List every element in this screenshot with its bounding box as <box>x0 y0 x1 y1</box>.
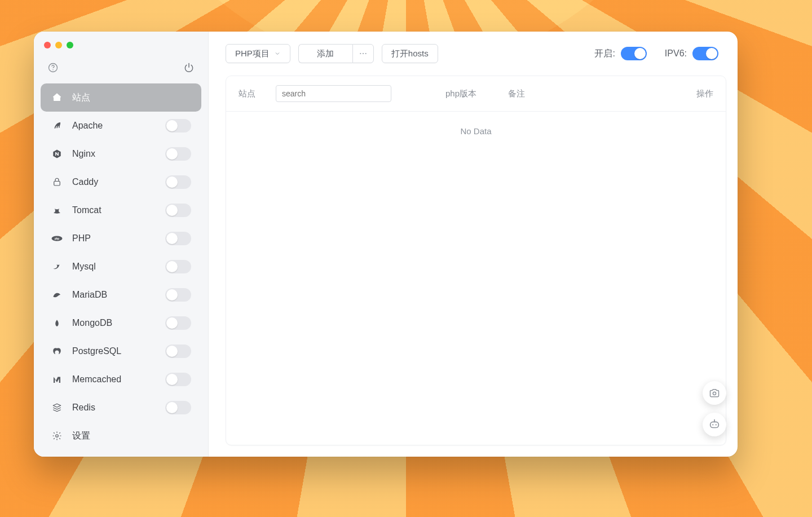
sidebar-item-label: PHP <box>72 233 156 244</box>
svg-point-7 <box>363 53 364 54</box>
sidebar-item-mysql[interactable]: Mysql <box>41 253 201 281</box>
dolphin-icon <box>51 262 63 272</box>
open-hosts-button[interactable]: 打开hosts <box>382 44 438 63</box>
svg-text:php: php <box>55 237 59 240</box>
chevron-down-icon <box>274 50 281 57</box>
project-type-dropdown[interactable]: PHP项目 <box>226 44 290 63</box>
sidebar-toggle-mysql[interactable] <box>165 260 191 273</box>
add-button-group: 添加 <box>298 44 374 63</box>
project-type-label: PHP项目 <box>235 48 270 59</box>
svg-point-5 <box>56 435 59 438</box>
feather-icon <box>51 121 63 131</box>
svg-point-12 <box>716 424 717 425</box>
sidebar-toggle-caddy[interactable] <box>165 175 191 189</box>
sidebar-item-settings[interactable]: 设置 <box>41 422 201 450</box>
sidebar-item-redis[interactable]: Redis <box>41 394 201 422</box>
svg-point-13 <box>714 419 715 421</box>
sidebar-item-postgresql[interactable]: PostgreSQL <box>41 337 201 365</box>
minimize-window-button[interactable] <box>55 42 62 48</box>
add-more-button[interactable] <box>352 44 374 63</box>
cat-icon <box>51 205 63 215</box>
screenshot-fab[interactable] <box>703 381 726 405</box>
search-input[interactable] <box>276 85 391 102</box>
sidebar-item-label: Nginx <box>72 149 156 159</box>
sidebar-toggle-nginx[interactable] <box>165 147 191 161</box>
sidebar-item-apache[interactable]: Apache <box>41 112 201 140</box>
ipv6-toggle[interactable] <box>692 47 718 60</box>
power-icon[interactable] <box>183 62 195 73</box>
sidebar-toggle-postgresql[interactable] <box>165 344 191 358</box>
open-hosts-label: 打开hosts <box>391 48 429 59</box>
sidebar-item-label: Caddy <box>72 177 156 187</box>
home-icon <box>51 92 63 103</box>
assistant-fab[interactable] <box>703 413 726 436</box>
sidebar-toggle-php[interactable] <box>165 232 191 245</box>
sidebar-toggle-apache[interactable] <box>165 119 191 132</box>
svg-rect-2 <box>54 182 60 186</box>
nginx-icon <box>51 149 63 159</box>
svg-rect-10 <box>710 422 719 427</box>
empty-state-text: No Data <box>226 112 726 136</box>
sidebar-toggle-memcached[interactable] <box>165 373 191 386</box>
sidebar-item-label: PostgreSQL <box>72 346 156 356</box>
sidebar-toggle-redis[interactable] <box>165 401 191 414</box>
sidebar-item-label: MariaDB <box>72 290 156 300</box>
sidebar-item-mariadb[interactable]: MariaDB <box>41 281 201 309</box>
svg-point-1 <box>52 69 54 70</box>
gear-icon <box>51 431 63 441</box>
svg-point-8 <box>365 53 366 54</box>
m-icon <box>51 374 63 385</box>
zoom-window-button[interactable] <box>67 42 73 48</box>
table-header: 站点 php版本 备注 操作 <box>226 76 726 112</box>
sidebar-item-label: Mysql <box>72 262 156 272</box>
svg-point-6 <box>360 53 361 54</box>
enable-toggle[interactable] <box>621 47 647 60</box>
sidebar-toggle-mariadb[interactable] <box>165 288 191 302</box>
sidebar-item-label: Memcached <box>72 374 156 385</box>
svg-point-11 <box>712 424 713 425</box>
column-header-site: 站点 <box>239 89 267 99</box>
sidebar-item-label: Redis <box>72 403 156 413</box>
column-header-notes: 备注 <box>508 89 525 99</box>
svg-point-9 <box>713 392 716 395</box>
ipv6-toggle-label: IPV6: <box>665 48 687 59</box>
add-button-label: 添加 <box>317 48 334 59</box>
sidebar-toggle-mongodb[interactable] <box>165 316 191 330</box>
ellipsis-icon <box>359 49 368 58</box>
stack-icon <box>51 403 63 413</box>
sidebar-item-php[interactable]: phpPHP <box>41 224 201 253</box>
sidebar-item-label: Apache <box>72 121 156 131</box>
sidebar-item-nginx[interactable]: Nginx <box>41 140 201 168</box>
window-controls <box>41 39 201 59</box>
sidebar-item-tomcat[interactable]: Tomcat <box>41 196 201 224</box>
elephant-icon <box>51 346 63 356</box>
sidebar-item-sites[interactable]: 站点 <box>41 83 201 112</box>
sidebar-item-label: Tomcat <box>72 205 156 215</box>
main-area: PHP项目 添加 打开hosts 开启: <box>209 32 738 457</box>
enable-toggle-label: 开启: <box>594 48 615 60</box>
column-header-php-version: php版本 <box>445 89 476 99</box>
sidebar-nav: 站点ApacheNginxCaddyTomcatphpPHPMysqlMaria… <box>41 83 201 450</box>
sidebar-item-label: 站点 <box>72 92 191 104</box>
sites-table-panel: 站点 php版本 备注 操作 No Data <box>226 76 726 445</box>
close-window-button[interactable] <box>44 42 51 48</box>
sidebar-item-label: 设置 <box>72 430 191 442</box>
php-icon: php <box>51 235 63 242</box>
toolbar: PHP项目 添加 打开hosts 开启: <box>209 32 738 76</box>
lock-icon <box>51 177 63 187</box>
sidebar-item-memcached[interactable]: Memcached <box>41 365 201 394</box>
sidebar-item-mongodb[interactable]: MongoDB <box>41 309 201 337</box>
column-header-action: 操作 <box>696 89 713 99</box>
add-button[interactable]: 添加 <box>298 44 352 63</box>
help-icon[interactable] <box>47 62 59 73</box>
sidebar-item-label: MongoDB <box>72 318 156 328</box>
sidebar-item-caddy[interactable]: Caddy <box>41 168 201 196</box>
sidebar: 站点ApacheNginxCaddyTomcatphpPHPMysqlMaria… <box>34 32 209 457</box>
app-window: 站点ApacheNginxCaddyTomcatphpPHPMysqlMaria… <box>34 32 738 457</box>
sidebar-toggle-tomcat[interactable] <box>165 204 191 217</box>
leaf-icon <box>51 317 63 329</box>
seal-icon <box>51 290 63 299</box>
